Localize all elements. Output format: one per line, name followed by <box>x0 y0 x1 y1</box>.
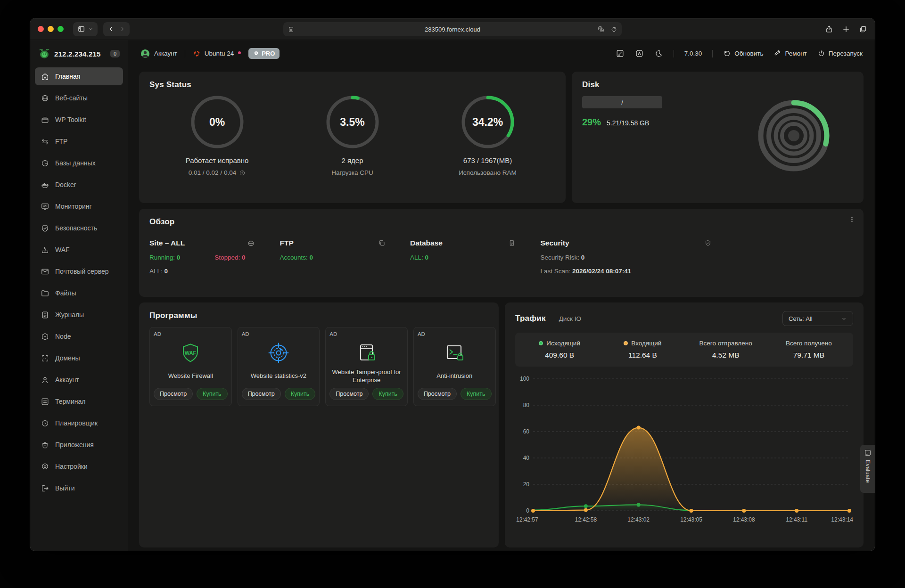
pro-badge[interactable]: PRO <box>248 48 280 59</box>
site-stopped-value: 0 <box>242 254 246 261</box>
sidebar-item-terminal[interactable]: Терминал <box>35 392 123 410</box>
sidebar-item-domains[interactable]: Домены <box>35 349 123 367</box>
evaluate-tab[interactable]: Evaluate <box>860 445 875 493</box>
help-icon[interactable] <box>239 170 246 176</box>
view-button[interactable]: Просмотр <box>154 388 193 400</box>
address-bar[interactable]: 283509.fornex.cloud <box>283 22 622 36</box>
tab-disk-io[interactable]: Диск IO <box>559 315 581 322</box>
sidebar-item-monitor[interactable]: Мониторинг <box>35 197 123 215</box>
sidebar-item-logs[interactable]: Журналы <box>35 306 123 324</box>
firewall-icon <box>41 245 49 254</box>
message-count-badge[interactable]: 0 <box>110 50 120 57</box>
svg-text:40: 40 <box>523 455 530 461</box>
sidebar-item-home[interactable]: Главная <box>35 67 123 85</box>
tab-overview-button[interactable] <box>859 25 867 33</box>
sidebar-item-database[interactable]: Базы данных <box>35 154 123 172</box>
restart-button[interactable]: Перезапуск <box>817 49 863 57</box>
translate-icon[interactable] <box>597 25 605 33</box>
sidebar-item-shield-check[interactable]: Безопасность <box>35 219 123 237</box>
repair-label: Ремонт <box>785 50 806 57</box>
sidebar-item-node[interactable]: Node <box>35 327 123 345</box>
load-gauge[interactable]: 0% Работает исправно 0.01 / 0.02 / 0.04 <box>158 94 276 176</box>
svg-text:80: 80 <box>523 402 530 408</box>
tab-traffic[interactable]: Трафик <box>515 314 546 323</box>
sidebar-item-mail[interactable]: Почтовый сервер <box>35 262 123 280</box>
page-icon[interactable] <box>288 26 295 33</box>
svg-text:12:43:08: 12:43:08 <box>733 516 755 523</box>
sidebar-item-settings[interactable]: Настройки <box>35 457 123 475</box>
security-risk-value: 0 <box>581 254 585 261</box>
stat-value: 112.64 B <box>601 351 684 359</box>
divider <box>712 50 713 57</box>
repair-button[interactable]: Ремонт <box>773 49 806 57</box>
overview-database[interactable]: Database ALL: 0 <box>410 239 540 275</box>
disk-mount-tab[interactable]: / <box>582 96 662 108</box>
overview-site[interactable]: Site – ALL Running: 0 Stopped: 0 ALL: 0 <box>149 239 280 275</box>
cpu-gauge[interactable]: 3.5% 2 ядер Нагрузка CPU <box>294 94 411 176</box>
sidebar-item-label: Журналы <box>55 311 84 318</box>
sidebar-item-firewall[interactable]: WAF <box>35 241 123 259</box>
anti-intrusion-icon <box>443 337 466 368</box>
program-card[interactable]: AD Anti-intrusion Просмотр Купить <box>413 327 496 406</box>
evaluate-label: Evaluate <box>864 460 871 483</box>
sidebar-item-transfer[interactable]: FTP <box>35 132 123 150</box>
buy-button[interactable]: Купить <box>285 388 316 400</box>
edit-note-icon[interactable] <box>616 49 625 58</box>
dark-mode-icon[interactable] <box>654 49 663 58</box>
site-title: Site – ALL <box>149 239 185 247</box>
program-card[interactable]: AD Website Firewall Просмотр Купить <box>149 327 232 406</box>
minimize-window-button[interactable] <box>48 26 54 32</box>
sidebar-item-globe[interactable]: Веб-сайты <box>35 89 123 107</box>
mail-icon <box>41 267 49 276</box>
logout-icon <box>41 484 49 493</box>
evaluate-icon <box>864 449 872 457</box>
sidebar-menu: Главная Веб-сайты WP Toolkit FTP Базы да… <box>35 67 123 497</box>
sidebar-toggle-button[interactable] <box>73 22 98 36</box>
traffic-chart-area[interactable]: 02040608010012:42:5712:42:5812:43:0212:4… <box>515 370 853 539</box>
language-icon[interactable] <box>635 49 644 58</box>
sidebar-item-folder[interactable]: Файлы <box>35 284 123 302</box>
sidebar-item-briefcase[interactable]: WP Toolkit <box>35 111 123 129</box>
view-button[interactable]: Просмотр <box>329 388 369 400</box>
overview-security[interactable]: Security Security Risk: 0 Last Scan: 202… <box>540 239 853 275</box>
program-card[interactable]: AD Website Tamper-proof for Enterprise П… <box>325 327 408 406</box>
traffic-stat: Входящий 112.64 B <box>601 340 684 359</box>
program-card[interactable]: AD Website statistics-v2 Просмотр Купить <box>238 327 320 406</box>
ubuntu-logo-icon <box>193 49 201 57</box>
reload-icon[interactable] <box>610 25 617 33</box>
logs-icon <box>41 310 49 319</box>
sidebar-item-label: Приложения <box>55 441 94 449</box>
sidebar-item-apps[interactable]: Приложения <box>35 436 123 454</box>
cpu-label: Нагрузка CPU <box>331 169 373 176</box>
close-window-button[interactable] <box>38 26 44 32</box>
sidebar-item-docker[interactable]: Docker <box>35 176 123 194</box>
buy-button[interactable]: Купить <box>197 388 228 400</box>
buy-button[interactable]: Купить <box>461 388 492 400</box>
legend-dot <box>539 341 543 345</box>
view-button[interactable]: Просмотр <box>242 388 281 400</box>
os-info[interactable]: Ubuntu 24 <box>193 49 241 57</box>
forward-button[interactable] <box>116 22 128 36</box>
sidebar-item-scheduler[interactable]: Планировщик <box>35 414 123 432</box>
security-title: Security <box>540 239 569 247</box>
account-menu[interactable]: Аккаунт <box>140 49 177 59</box>
sidebar-item-logout[interactable]: Выйти <box>35 479 123 497</box>
kebab-menu-icon[interactable] <box>848 215 856 223</box>
share-button[interactable] <box>825 25 833 33</box>
server-header[interactable]: 212.2.234.215 0 <box>35 48 123 60</box>
database-icon <box>41 159 49 168</box>
chevron-down-icon <box>841 316 847 322</box>
new-tab-button[interactable] <box>842 25 850 33</box>
stat-value: 4.52 MB <box>684 351 767 359</box>
network-select[interactable]: Сеть: All <box>782 311 853 326</box>
maximize-window-button[interactable] <box>58 26 64 32</box>
update-button[interactable]: Обновить <box>723 49 763 57</box>
svg-text:12:42:58: 12:42:58 <box>575 516 597 523</box>
panel-logo-icon <box>38 48 50 60</box>
view-button[interactable]: Просмотр <box>418 388 457 400</box>
overview-ftp[interactable]: FTP Accounts: 0 <box>280 239 410 275</box>
back-button[interactable] <box>105 22 116 36</box>
ram-gauge[interactable]: 34.2% 673 / 1967(MB) Использовано RAM <box>429 94 547 176</box>
buy-button[interactable]: Купить <box>372 388 403 400</box>
sidebar-item-user[interactable]: Аккаунт <box>35 371 123 389</box>
